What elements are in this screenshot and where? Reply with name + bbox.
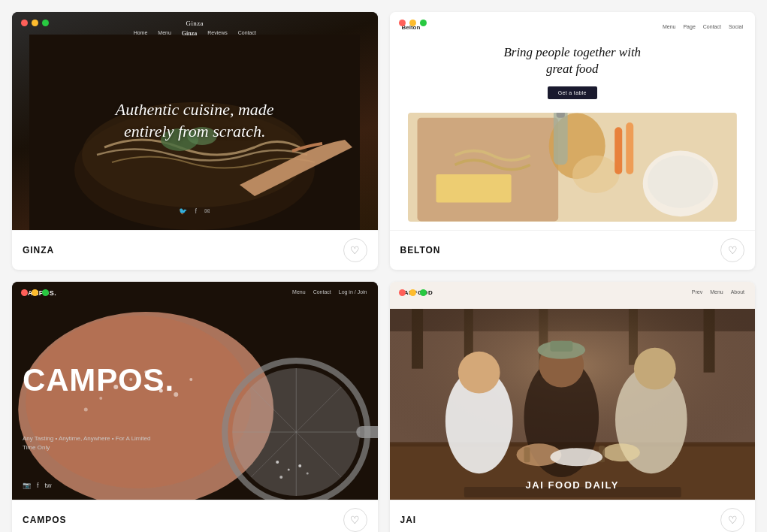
jai-label: JAI <box>400 515 417 525</box>
dot-green <box>42 20 49 26</box>
dot-yellow <box>32 289 38 296</box>
ginza-twitter-icon: 🐦 <box>179 207 187 215</box>
svg-point-37 <box>306 473 309 475</box>
dot-yellow <box>409 289 416 296</box>
belton-nav-contact: Contact <box>703 24 721 31</box>
svg-point-35 <box>288 469 290 471</box>
ginza-nav-menu: Menu <box>158 30 171 37</box>
svg-rect-10 <box>626 122 633 174</box>
belton-footer: BELTON ♡ <box>390 230 756 270</box>
campos-favorite-button[interactable]: ♡ <box>343 508 367 532</box>
dot-red <box>21 20 28 26</box>
belton-nav-page: Page <box>683 24 695 31</box>
belton-food-image <box>408 113 737 222</box>
svg-point-26 <box>189 378 192 381</box>
ginza-facebook-icon: f <box>195 207 197 215</box>
svg-point-12 <box>648 156 714 208</box>
ginza-brand-center: Ginza <box>182 30 197 37</box>
campos-subtitle-line2: Time Only <box>23 444 50 451</box>
jai-nav-menu: Menu <box>710 289 723 296</box>
campos-subtitle-line1: Any Tasting • Anytime, Anywhere • For A … <box>23 435 150 442</box>
svg-point-18 <box>26 316 251 488</box>
campos-facebook-icon: f <box>37 482 39 489</box>
jai-scene <box>390 309 756 500</box>
belton-headline-line1: Bring people together with <box>503 45 641 59</box>
ginza-label: GINZA <box>23 245 54 255</box>
campos-footer: CAMPOS ♡ <box>12 500 378 532</box>
dot-green <box>420 289 427 296</box>
belton-headline-line2: great food <box>546 62 599 76</box>
ginza-footer: GINZA ♡ <box>12 230 378 270</box>
svg-rect-15 <box>556 113 564 118</box>
svg-point-38 <box>279 476 282 479</box>
ginza-mail-icon: ✉ <box>204 207 210 215</box>
jai-favorite-button[interactable]: ♡ <box>720 508 744 532</box>
dot-green <box>42 289 49 296</box>
svg-point-22 <box>99 397 102 400</box>
ginza-card: Ginza Home Menu Ginza Reviews Contact Au… <box>12 12 378 270</box>
dot-red <box>21 289 28 296</box>
jai-card: JAI FOOD Prev Menu About <box>390 282 756 532</box>
campos-nav-menu: Menu <box>292 289 306 297</box>
campos-nav-login: Log in / Join <box>339 289 367 297</box>
belton-headline: Bring people together with great food <box>503 44 641 77</box>
campos-nav-links: Menu Contact Log in / Join <box>292 289 367 297</box>
svg-point-25 <box>84 408 88 412</box>
ginza-logo: Ginza <box>186 20 204 27</box>
jai-preview: JAI FOOD Prev Menu About <box>390 282 756 500</box>
campos-label: CAMPOS <box>23 515 66 525</box>
belton-food-svg <box>408 113 737 222</box>
dot-green <box>420 20 427 26</box>
campos-instagram-icon: 📷 <box>23 482 31 489</box>
campos-nav-contact: Contact <box>313 289 331 297</box>
belton-favorite-button[interactable]: ♡ <box>720 238 744 262</box>
jai-scene-svg <box>390 309 756 500</box>
jai-nav-links: Prev Menu About <box>692 289 744 296</box>
ginza-nav: Ginza <box>12 12 378 32</box>
belton-label: BELTON <box>400 245 441 255</box>
svg-point-50 <box>457 352 500 394</box>
ginza-nav-reviews: Reviews <box>207 30 227 37</box>
jai-nav: JAI FOOD Prev Menu About <box>390 282 756 304</box>
svg-rect-9 <box>615 128 622 175</box>
belton-nav-links: Menu Page Contact Social <box>663 24 743 31</box>
dot-red <box>399 289 406 296</box>
svg-point-8 <box>572 156 620 193</box>
svg-rect-14 <box>554 113 568 165</box>
campos-title: CAMPOS. <box>23 364 174 396</box>
campos-preview: CAMPOS. Menu Contact Log in / Join CAMPO… <box>12 282 378 500</box>
jai-browser-dots <box>399 289 427 296</box>
svg-rect-54 <box>550 341 572 352</box>
campos-card: CAMPOS. Menu Contact Log in / Join CAMPO… <box>12 282 378 532</box>
svg-point-56 <box>633 348 675 390</box>
ginza-nav-contact: Contact <box>238 30 256 37</box>
campos-browser-dots <box>21 289 49 296</box>
svg-point-61 <box>550 448 602 466</box>
belton-nav-social: Social <box>729 24 743 31</box>
ginza-browser-dots <box>21 20 49 26</box>
svg-point-36 <box>298 464 301 467</box>
svg-rect-59 <box>524 447 530 462</box>
belton-cta-button[interactable]: Get a table <box>548 86 597 99</box>
belton-browser-dots <box>399 20 427 26</box>
svg-rect-6 <box>417 118 558 222</box>
ginza-nav-home: Home <box>134 30 148 37</box>
dot-yellow <box>32 20 38 26</box>
belton-preview: Belton Menu Page Contact Social Bring pe… <box>390 12 756 230</box>
belton-nav: Belton Menu Page Contact Social <box>390 24 756 31</box>
campos-nav: CAMPOS. Menu Contact Log in / Join <box>12 282 378 304</box>
campos-subtitle: Any Tasting • Anytime, Anywhere • For A … <box>23 434 150 452</box>
dot-red <box>399 20 406 26</box>
dot-yellow <box>409 20 416 26</box>
template-grid: Ginza Home Menu Ginza Reviews Contact Au… <box>12 12 755 532</box>
svg-point-24 <box>174 392 178 397</box>
campos-social: 📷 f tw <box>23 482 52 489</box>
svg-rect-33 <box>356 426 377 438</box>
ginza-social: 🐦 f ✉ <box>179 207 210 215</box>
svg-point-58 <box>602 443 640 461</box>
belton-card: Belton Menu Page Contact Social Bring pe… <box>390 12 756 270</box>
svg-point-34 <box>276 461 279 464</box>
jai-footer: JAI ♡ <box>390 500 756 532</box>
ginza-nav-links: Home Menu Ginza Reviews Contact <box>134 30 256 37</box>
ginza-favorite-button[interactable]: ♡ <box>343 238 367 262</box>
